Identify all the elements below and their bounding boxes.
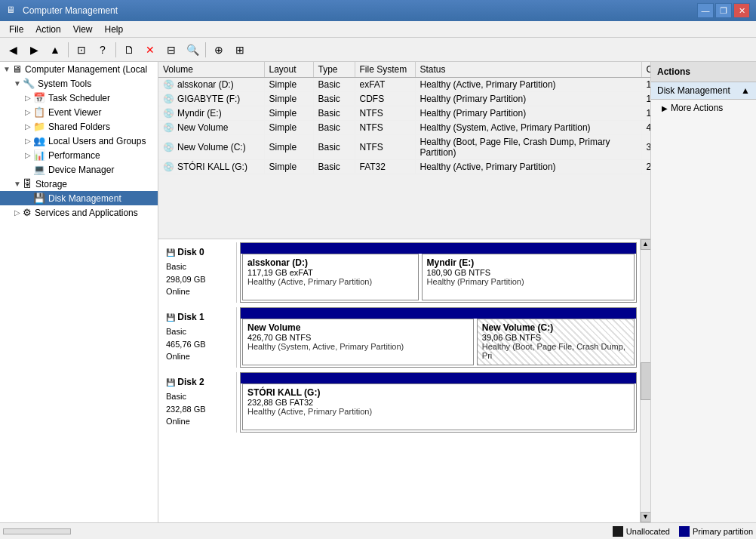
- sidebar-item-task-scheduler[interactable]: ▷ 📅 Task Scheduler: [0, 91, 158, 105]
- cell-status: Healthy (Primary Partition): [415, 106, 641, 121]
- disk-table: Volume Layout Type File System Status Ca…: [158, 62, 650, 239]
- partition-status: Healthy (Active, Primary Partition): [247, 407, 629, 416]
- expand-icon: ▼: [12, 180, 23, 188]
- disk-status: Online: [166, 415, 232, 428]
- toolbar: ◀ ▶ ▲ ⊡ ? 🗋 ✕ ⊟ 🔍 ⊕ ⊞: [0, 38, 756, 62]
- export-button[interactable]: ⊕: [209, 41, 229, 59]
- cell-type: Basic: [313, 106, 355, 121]
- expand-icon: ▷: [23, 108, 33, 116]
- disk-type: Basic: [166, 260, 232, 273]
- content-area: Volume Layout Type File System Status Ca…: [158, 62, 650, 522]
- col-capacity: Capacity: [641, 62, 650, 78]
- disk-name: 💾 Disk 2: [166, 375, 232, 389]
- restore-button[interactable]: ❐: [715, 3, 732, 18]
- col-filesystem: File System: [355, 62, 415, 78]
- partition-0-0[interactable]: alsskonar (D:) 117,19 GB exFAT Healthy (…: [242, 254, 419, 300]
- disk-header-bar: [241, 308, 636, 319]
- disk-size: 465,76 GB: [166, 338, 232, 351]
- forward-button[interactable]: ▶: [24, 41, 44, 59]
- expand-icon: ▷: [12, 208, 23, 217]
- back-button[interactable]: ◀: [3, 41, 23, 59]
- table-row[interactable]: 💿alsskonar (D:) Simple Basic exFAT Healt…: [158, 78, 650, 92]
- menu-view[interactable]: View: [67, 23, 99, 36]
- cell-type: Basic: [313, 121, 355, 135]
- menu-help[interactable]: Help: [99, 23, 130, 36]
- sidebar-item-services-apps[interactable]: ▷ ⚙ Services and Applications: [0, 205, 158, 220]
- cell-status: Healthy (Boot, Page File, Crash Dump, Pr…: [415, 135, 641, 160]
- disk-header-bar: [241, 373, 636, 383]
- partition-0-1[interactable]: Myndir (E:) 180,90 GB NTFS Healthy (Prim…: [422, 254, 635, 300]
- partition-1-1[interactable]: New Volume (C:) 39,06 GB NTFS Healthy (B…: [477, 319, 635, 365]
- table-header-row: Volume Layout Type File System Status Ca…: [158, 62, 650, 78]
- menu-file[interactable]: File: [3, 23, 29, 36]
- cell-volume: 💿New Volume (C:): [158, 135, 264, 160]
- disk-partitions-0: alsskonar (D:) 117,19 GB exFAT Healthy (…: [240, 242, 637, 303]
- expand-icon: ▷: [23, 122, 33, 131]
- cell-capacity: 1,44 GB: [641, 92, 650, 106]
- sidebar: ▼ 🖥 Computer Management (Local ▼ 🔧 Syste…: [0, 62, 158, 522]
- disk-info-1: 💾 Disk 1 Basic 465,76 GB Online: [161, 307, 237, 368]
- new-button[interactable]: 🗋: [119, 41, 139, 59]
- cell-filesystem: NTFS: [355, 121, 415, 135]
- sidebar-item-system-tools[interactable]: ▼ 🔧 System Tools: [0, 76, 158, 91]
- table-row[interactable]: 💿New Volume Simple Basic NTFS Healthy (S…: [158, 121, 650, 135]
- table-row[interactable]: 💿STÓRI KALL (G:) Simple Basic FAT32 Heal…: [158, 160, 650, 174]
- help-button[interactable]: ?: [93, 41, 112, 59]
- scrollbar[interactable]: ▲ ▼: [640, 239, 650, 522]
- partition-status: Healthy (System, Active, Primary Partiti…: [247, 342, 469, 351]
- partition-size: 180,90 GB NTFS: [427, 268, 629, 277]
- sidebar-item-device-manager[interactable]: 💻 Device Manager: [0, 162, 158, 177]
- scroll-track-bottom: [641, 400, 651, 513]
- cell-filesystem: FAT32: [355, 160, 415, 174]
- menu-action[interactable]: Action: [29, 23, 66, 36]
- scroll-thumb[interactable]: [641, 362, 651, 400]
- sidebar-item-local-users[interactable]: ▷ 👥 Local Users and Groups: [0, 134, 158, 148]
- show-hide-button[interactable]: ⊡: [72, 41, 91, 59]
- properties-button[interactable]: ⊟: [161, 41, 181, 59]
- partition-1-0[interactable]: New Volume 426,70 GB NTFS Healthy (Syste…: [242, 319, 474, 365]
- search-button[interactable]: 🔍: [183, 41, 202, 59]
- partition-size: 426,70 GB NTFS: [247, 333, 469, 342]
- view-button[interactable]: ⊞: [230, 41, 250, 59]
- cell-capacity: 39,06 GB: [641, 135, 650, 160]
- sidebar-item-performance[interactable]: ▷ 📊 Performance: [0, 148, 158, 162]
- storage-icon: 🗄: [23, 178, 32, 189]
- actions-panel: Actions Disk Management ▲ ▶ More Actions: [650, 62, 756, 522]
- sidebar-item-computer-management[interactable]: ▼ 🖥 Computer Management (Local: [0, 62, 158, 76]
- scroll-up-button[interactable]: ▲: [641, 239, 651, 250]
- disk-partitions-2: STÓRI KALL (G:) 232,88 GB FAT32 Healthy …: [240, 372, 637, 433]
- sidebar-item-event-viewer[interactable]: ▷ 📋 Event Viewer: [0, 105, 158, 119]
- partition-size: 117,19 GB exFAT: [247, 268, 413, 277]
- up-button[interactable]: ▲: [45, 41, 65, 59]
- table-row[interactable]: 💿New Volume (C:) Simple Basic NTFS Healt…: [158, 135, 650, 160]
- cell-status: Healthy (Active, Primary Partition): [415, 160, 641, 174]
- cell-type: Basic: [313, 135, 355, 160]
- disk-icon: 💾: [166, 378, 175, 387]
- table-row[interactable]: 💿GIGABYTE (F:) Simple Basic CDFS Healthy…: [158, 92, 650, 106]
- sidebar-item-storage[interactable]: ▼ 🗄 Storage: [0, 177, 158, 191]
- disk-partitions-1: New Volume 426,70 GB NTFS Healthy (Syste…: [240, 307, 637, 368]
- disk-icon: 💾: [166, 313, 175, 322]
- partition-size: 232,88 GB FAT32: [247, 398, 629, 407]
- disk-name: 💾 Disk 0: [166, 245, 232, 259]
- cell-layout: Simple: [264, 78, 313, 92]
- actions-section-disk-management[interactable]: Disk Management ▲: [651, 82, 756, 100]
- cell-status: Healthy (Primary Partition): [415, 92, 641, 106]
- sidebar-item-shared-folders[interactable]: ▷ 📁 Shared Folders: [0, 119, 158, 134]
- unallocated-swatch: [613, 526, 623, 537]
- disk-row-1: 💾 Disk 1 Basic 465,76 GB Online New Volu…: [161, 307, 637, 368]
- sidebar-item-disk-management[interactable]: 💾 Disk Management: [0, 191, 158, 205]
- table-row[interactable]: 💿Myndir (E:) Simple Basic NTFS Healthy (…: [158, 106, 650, 121]
- cell-layout: Simple: [264, 92, 313, 106]
- sidebar-resize-handle[interactable]: [3, 528, 71, 534]
- scroll-down-button[interactable]: ▼: [641, 512, 651, 522]
- actions-more[interactable]: ▶ More Actions: [651, 100, 756, 116]
- partition-name: alsskonar (D:): [247, 257, 413, 268]
- cell-layout: Simple: [264, 106, 313, 121]
- partition-2-0[interactable]: STÓRI KALL (G:) 232,88 GB FAT32 Healthy …: [242, 383, 635, 430]
- device-icon: 💻: [33, 164, 45, 175]
- delete-button[interactable]: ✕: [140, 41, 160, 59]
- minimize-button[interactable]: —: [697, 3, 714, 18]
- close-button[interactable]: ✕: [733, 3, 750, 18]
- window-title: Computer Management: [23, 5, 697, 16]
